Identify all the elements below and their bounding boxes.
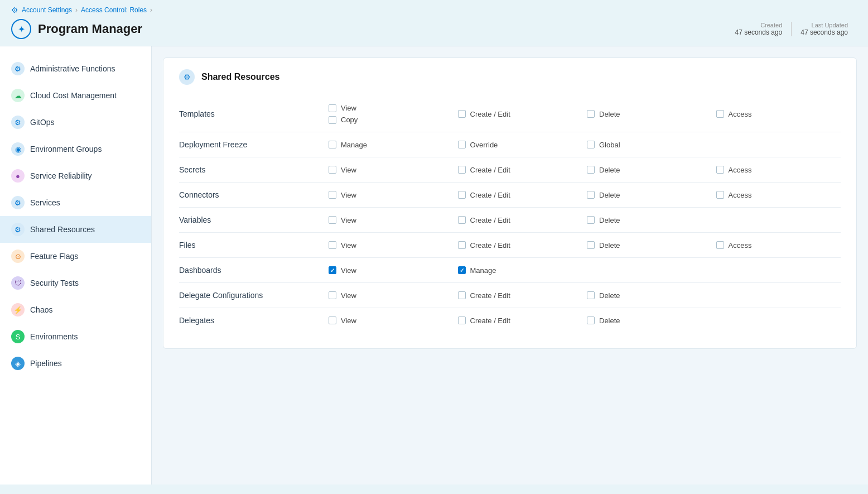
checkbox-label: Delete [599,191,620,199]
sidebar-item-security-tests[interactable]: 🛡Security Tests [0,270,151,296]
checkbox-label: View [341,316,356,325]
checkbox-label: Create / Edit [470,166,510,174]
row-name: Secrets [179,157,324,183]
checkbox-label: Create / Edit [470,241,510,250]
sidebar-item-feature-flags[interactable]: ⊙Feature Flags [0,243,151,270]
perm-cell-col-3: Access [712,96,841,132]
perm-cell-col-2: Delete [582,157,712,183]
sidebar-item-environment-groups[interactable]: ◉Environment Groups [0,136,151,162]
checkbox-access[interactable] [716,191,724,199]
sidebar-label-cloud-cost-management: Cloud Cost Management [30,91,117,100]
perm-cell-col-2: Delete [582,96,712,132]
row-name: Files [179,233,324,258]
checkbox-delete[interactable] [587,191,595,199]
checkbox-create---edit[interactable] [458,316,466,324]
checkbox-create---edit[interactable] [458,166,466,174]
sidebar-item-gitops[interactable]: ⚙GitOps [0,109,151,136]
checkbox-label: Delete [599,291,620,300]
services-icon: ⚙ [11,196,25,209]
perm-cell-col-1: Create / Edit [454,233,583,258]
table-row: TemplatesViewCopyCreate / EditDeleteAcce… [179,96,841,132]
administrative-functions-icon: ⚙ [11,62,25,75]
checkbox-delete[interactable] [587,216,595,224]
breadcrumb: ⚙ Account Settings › Access Control: Rol… [11,6,857,15]
checkbox-view[interactable] [329,266,336,274]
checkbox-delete[interactable] [587,316,595,324]
checkbox-delete[interactable] [587,110,595,118]
row-name: Dashboards [179,258,324,283]
checkbox-label: View [341,241,356,250]
table-row: SecretsViewCreate / EditDeleteAccess [179,157,841,183]
sidebar-item-cloud-cost-management[interactable]: ☁Cloud Cost Management [0,82,151,109]
perm-cell-col-2: Delete [582,308,712,333]
perm-cell-col-1: Create / Edit [454,308,583,333]
sidebar-item-administrative-functions[interactable]: ⚙Administrative Functions [0,55,151,82]
checkbox-copy[interactable] [329,116,336,124]
sidebar-item-shared-resources[interactable]: ⚙Shared Resources [0,216,151,243]
checkbox-create---edit[interactable] [458,291,466,299]
perm-cell-col-0: View [324,208,454,233]
table-row: ConnectorsViewCreate / EditDeleteAccess [179,183,841,208]
perm-cell-col-0: View [324,258,454,283]
checkbox-label: View [341,191,356,199]
checkbox-global[interactable] [587,141,595,148]
perm-cell-col-0: View [324,283,454,308]
checkbox-view[interactable] [329,216,336,224]
row-name: Variables [179,208,324,233]
row-name: Templates [179,96,324,132]
checkbox-delete[interactable] [587,241,595,249]
checkbox-label: Delete [599,241,620,250]
perm-cell-col-3: Access [712,157,841,183]
checkbox-label: Delete [599,166,620,174]
section-card: ⚙ Shared Resources TemplatesViewCopyCrea… [163,57,857,349]
checkbox-label: Override [470,141,498,149]
sidebar-label-shared-resources: Shared Resources [30,225,95,234]
section-header: ⚙ Shared Resources [179,69,841,85]
checkbox-delete[interactable] [587,166,595,174]
checkbox-view[interactable] [329,316,336,324]
checkbox-manage[interactable] [458,266,466,274]
checkbox-manage[interactable] [329,141,336,148]
perm-cell-col-2: Delete [582,233,712,258]
checkbox-create---edit[interactable] [458,241,466,249]
checkbox-create---edit[interactable] [458,191,466,199]
checkbox-view[interactable] [329,191,336,199]
checkbox-create---edit[interactable] [458,110,466,118]
sidebar-item-environments[interactable]: SEnvironments [0,323,151,350]
checkbox-label: Delete [599,316,620,325]
feature-flags-icon: ⊙ [11,250,25,263]
row-name: Connectors [179,183,324,208]
sidebar-item-service-reliability[interactable]: ●Service Reliability [0,162,151,189]
checkbox-label: View [341,104,356,112]
perm-cell-col-3 [712,258,841,283]
perm-cell-col-2 [582,258,712,283]
sidebar-label-environments: Environments [30,332,78,341]
row-name: Delegate Configurations [179,283,324,308]
checkbox-label: View [341,291,356,300]
pipelines-icon: ◈ [11,357,25,370]
perm-cell-col-3: Access [712,233,841,258]
checkbox-view[interactable] [329,291,336,299]
checkbox-delete[interactable] [587,291,595,299]
service-reliability-icon: ● [11,169,25,183]
table-row: DelegatesViewCreate / EditDelete [179,308,841,333]
checkbox-access[interactable] [716,241,724,249]
breadcrumb-account-settings[interactable]: Account Settings [22,6,72,14]
checkbox-access[interactable] [716,110,724,118]
checkbox-create---edit[interactable] [458,216,466,224]
table-row: Delegate ConfigurationsViewCreate / Edit… [179,283,841,308]
checkbox-label: Delete [599,216,620,224]
sidebar-item-chaos[interactable]: ⚡Chaos [0,296,151,323]
checkbox-view[interactable] [329,166,336,174]
perm-cell-col-0: View [324,308,454,333]
sidebar-label-gitops: GitOps [30,118,55,127]
sidebar-item-services[interactable]: ⚙Services [0,189,151,216]
checkbox-override[interactable] [458,141,466,148]
shared-resources-icon: ⚙ [11,223,25,236]
sidebar-item-pipelines[interactable]: ◈Pipelines [0,350,151,377]
breadcrumb-access-control[interactable]: Access Control: Roles [81,6,147,14]
checkbox-view[interactable] [329,104,336,112]
environment-groups-icon: ◉ [11,142,25,156]
checkbox-access[interactable] [716,166,724,174]
checkbox-view[interactable] [329,241,336,249]
